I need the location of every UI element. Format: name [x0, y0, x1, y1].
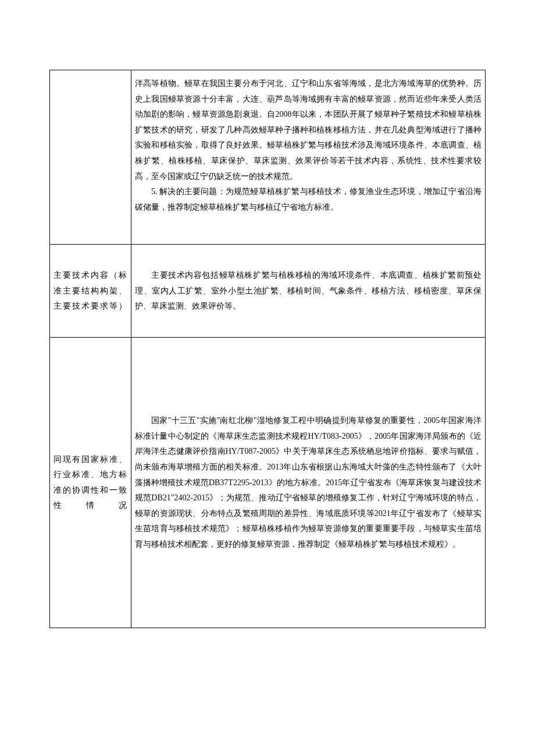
paragraph: 国家"十三五"实施"南红北柳"湿地修复工程中明确提到海草修复的重要性，2005年… — [135, 413, 482, 552]
table-row: 主要技术内容（标准主要结构构架、主要技术要求等） 主要技术内容包括鳗草植株扩繁与… — [50, 245, 486, 338]
row-content-cell: 洋高等植物。鳗草在我国主要分布于河北、辽宁和山东省等海域，是北方海域海草的优势种… — [131, 70, 486, 245]
row-label-text: 同现有国家标准、行业标准、地方标准的协调性和一致性情况 — [54, 455, 127, 510]
row-label-cell: 主要技术内容（标准主要结构构架、主要技术要求等） — [50, 245, 131, 338]
table-row: 洋高等植物。鳗草在我国主要分布于河北、辽宁和山东省等海域，是北方海域海草的优势种… — [50, 70, 486, 245]
row-label-text: 主要技术内容（标准主要结构构架、主要技术要求等） — [54, 271, 127, 310]
table-row: 同现有国家标准、行业标准、地方标准的协调性和一致性情况 国家"十三五"实施"南红… — [50, 338, 486, 628]
row-label-cell: 同现有国家标准、行业标准、地方标准的协调性和一致性情况 — [50, 338, 131, 628]
paragraph: 主要技术内容包括鳗草植株扩繁与植株移植的海域环境条件、本底调查、植株扩繁前预处理… — [135, 268, 482, 314]
row-content-cell: 主要技术内容包括鳗草植株扩繁与植株移植的海域环境条件、本底调查、植株扩繁前预处理… — [131, 245, 486, 338]
row-content-cell: 国家"十三五"实施"南红北柳"湿地修复工程中明确提到海草修复的重要性，2005年… — [131, 338, 486, 628]
document-table: 洋高等植物。鳗草在我国主要分布于河北、辽宁和山东省等海域，是北方海域海草的优势种… — [49, 70, 486, 628]
row-label-cell — [50, 70, 131, 245]
paragraph: 洋高等植物。鳗草在我国主要分布于河北、辽宁和山东省等海域，是北方海域海草的优势种… — [135, 76, 482, 184]
paragraph: 5. 解决的主要问题：为规范鳗草植株扩繁与移植技术，修复渔业生态环境，增加辽宁省… — [135, 184, 482, 215]
